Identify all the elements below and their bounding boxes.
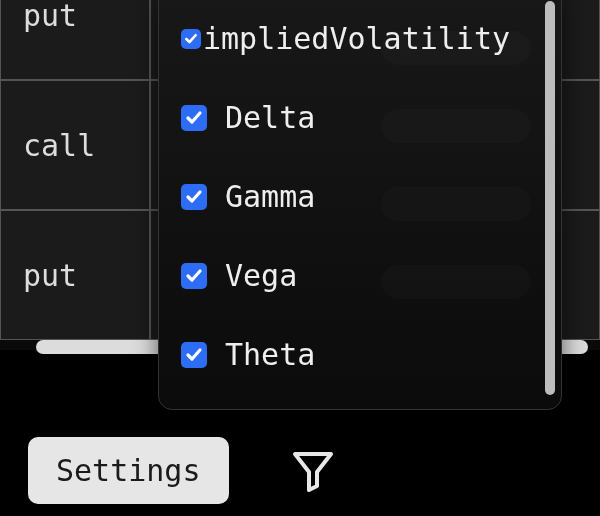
option-label: Theta xyxy=(225,337,315,372)
filter-icon[interactable] xyxy=(289,446,337,494)
cell-type: call xyxy=(0,80,150,210)
cell-type-text: put xyxy=(23,258,77,293)
ghost-pill xyxy=(381,109,531,143)
checkbox-checked-icon[interactable] xyxy=(181,105,207,131)
checkbox-checked-icon[interactable] xyxy=(181,29,201,49)
cell-type-text: call xyxy=(23,128,95,163)
option-label: Delta xyxy=(225,100,315,135)
ghost-pill xyxy=(381,187,531,221)
option-label: Vega xyxy=(225,258,297,293)
cell-type-text: put xyxy=(23,0,77,33)
app-stage: put call put im xyxy=(0,0,600,516)
cell-type: put xyxy=(0,0,150,80)
checkbox-checked-icon[interactable] xyxy=(181,184,207,210)
checkbox-checked-icon[interactable] xyxy=(181,263,207,289)
ghost-pill xyxy=(381,265,531,299)
cell-type: put xyxy=(0,210,150,340)
option-theta[interactable]: Theta xyxy=(181,337,539,372)
ghost-pill xyxy=(381,31,531,65)
popup-scrollbar[interactable] xyxy=(545,1,555,395)
checkbox-checked-icon[interactable] xyxy=(181,342,207,368)
column-picker-popup: impliedVolatility Delta Gamma Vega Theta xyxy=(158,0,562,410)
option-label: Gamma xyxy=(225,179,315,214)
bottom-toolbar: Settings xyxy=(0,424,600,516)
settings-button[interactable]: Settings xyxy=(28,437,229,504)
